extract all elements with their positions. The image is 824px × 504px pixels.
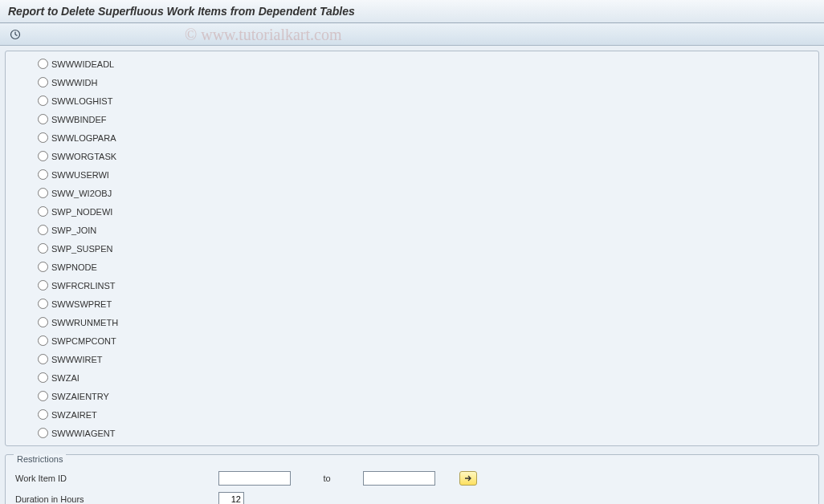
svg-line-2 — [15, 35, 18, 36]
table-radio-label: SWWUSERWI — [51, 170, 109, 180]
title-bar: Report to Delete Superfluous Work Items … — [0, 0, 824, 23]
clock-icon — [10, 29, 21, 40]
radio-row: SWWORGTASK — [38, 147, 810, 165]
table-radio[interactable] — [38, 114, 48, 124]
table-radio-label: SWWLOGHIST — [51, 96, 112, 106]
radio-row: SWZAIRET — [38, 405, 810, 424]
radio-row: SWWRUNMETH — [38, 313, 810, 331]
to-label: to — [291, 474, 363, 483]
table-radio[interactable] — [38, 372, 48, 383]
table-radio-label: SWFRCRLINST — [51, 281, 115, 291]
table-radio[interactable] — [38, 262, 48, 272]
page-title: Report to Delete Superfluous Work Items … — [8, 5, 355, 18]
table-radio-label: SWWWIDEADL — [51, 59, 114, 69]
radio-row: SWWWIAGENT — [38, 424, 810, 442]
radio-row: SWWBINDEF — [38, 110, 810, 128]
table-radio[interactable] — [38, 59, 48, 69]
radio-row: SWWSWPRET — [38, 295, 810, 313]
table-radio-label: SWWWIDH — [51, 78, 97, 87]
table-radio-label: SWP_SUSPEN — [51, 244, 112, 254]
table-radio[interactable] — [38, 317, 48, 327]
radio-row: SWPCMPCONT — [38, 331, 810, 350]
radio-row: SWP_JOIN — [38, 221, 810, 239]
table-radio-label: SWZAIENTRY — [51, 392, 109, 401]
table-radio[interactable] — [38, 280, 48, 291]
radio-row: SWPNODE — [38, 258, 810, 276]
table-radio[interactable] — [38, 428, 48, 438]
duration-input[interactable] — [218, 492, 244, 504]
table-radio[interactable] — [38, 409, 48, 420]
table-radio-label: SWPCMPCONT — [51, 336, 116, 346]
radio-row: SWWWIDH — [38, 73, 810, 91]
radio-row: SWP_NODEWI — [38, 202, 810, 221]
work-item-id-from-input[interactable] — [218, 471, 291, 486]
table-radio[interactable] — [38, 391, 48, 401]
table-radio-label: SWWWIRET — [51, 355, 103, 364]
radio-row: SWFRCRLINST — [38, 276, 810, 295]
table-radio-label: SWWORGTASK — [51, 152, 116, 161]
table-radio-label: SWWBINDEF — [51, 115, 106, 124]
table-radio[interactable] — [38, 169, 48, 180]
radio-row: SWW_WI2OBJ — [38, 184, 810, 202]
table-radio[interactable] — [38, 354, 48, 364]
table-radio[interactable] — [38, 243, 48, 254]
radio-row: SWWLOGPARA — [38, 128, 810, 147]
table-radio[interactable] — [38, 77, 48, 87]
radio-row: SWP_SUSPEN — [38, 239, 810, 258]
table-radio[interactable] — [38, 151, 48, 161]
radio-row: SWZAI — [38, 368, 810, 387]
radio-row: SWZAIENTRY — [38, 387, 810, 405]
table-selection-panel: SWWWIDEADLSWWWIDHSWWLOGHISTSWWBINDEFSWWL… — [5, 51, 819, 446]
table-radio[interactable] — [38, 299, 48, 309]
multiple-selection-button[interactable] — [459, 471, 477, 486]
table-radio-label: SWWSWPRET — [51, 299, 112, 309]
table-radio[interactable] — [38, 225, 48, 235]
execute-button[interactable] — [6, 26, 24, 43]
radio-row: SWWWIDEADL — [38, 55, 810, 73]
content-area: SWWWIDEADLSWWWIDHSWWLOGHISTSWWBINDEFSWWL… — [0, 46, 824, 504]
table-radio-label: SWZAI — [51, 373, 80, 383]
work-item-id-to-input[interactable] — [363, 471, 435, 486]
table-radio[interactable] — [38, 335, 48, 346]
table-radio-label: SWZAIRET — [51, 410, 97, 420]
table-radio-label: SWWRUNMETH — [51, 318, 118, 327]
table-radio-label: SWPNODE — [51, 262, 97, 272]
table-radio[interactable] — [38, 96, 48, 106]
toolbar — [0, 23, 824, 46]
table-radio[interactable] — [38, 132, 48, 143]
table-radio-label: SWWLOGPARA — [51, 133, 116, 143]
work-item-id-label: Work Item ID — [14, 474, 218, 483]
table-radio-label: SWW_WI2OBJ — [51, 189, 112, 198]
restrictions-group: Restrictions Work Item ID to Duration in… — [5, 454, 819, 504]
work-item-id-row: Work Item ID to — [14, 468, 810, 489]
duration-label: Duration in Hours — [14, 494, 218, 504]
restrictions-label: Restrictions — [14, 454, 66, 464]
arrow-right-icon — [464, 474, 472, 482]
duration-row: Duration in Hours — [14, 489, 810, 504]
radio-row: SWWUSERWI — [38, 165, 810, 184]
radio-row: SWWWIRET — [38, 350, 810, 368]
table-radio[interactable] — [38, 206, 48, 217]
table-radio[interactable] — [38, 188, 48, 198]
radio-row: SWWLOGHIST — [38, 91, 810, 110]
table-radio-label: SWP_NODEWI — [51, 207, 112, 217]
table-radio-label: SWWWIAGENT — [51, 429, 115, 438]
table-radio-label: SWP_JOIN — [51, 226, 96, 235]
